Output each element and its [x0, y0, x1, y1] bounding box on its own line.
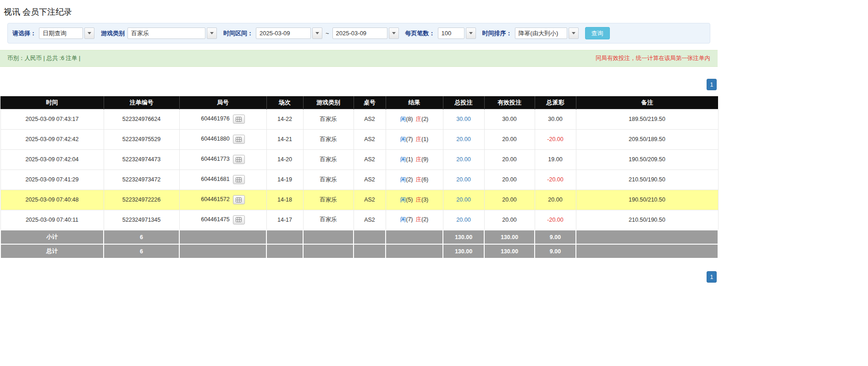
query-type-label: 请选择： — [12, 29, 36, 38]
page-size-dropdown-icon[interactable] — [466, 27, 476, 39]
cell-valid-bet: 20.00 — [484, 149, 535, 169]
result-player-label: 闲 — [400, 156, 406, 163]
result-player-value: (7) — [406, 136, 413, 142]
header-round-id: 局号 — [179, 96, 266, 109]
grand-total-empty — [386, 244, 443, 258]
grand-total-empty — [266, 244, 303, 258]
result-player-label: 闲 — [400, 197, 406, 203]
chevron-down-icon — [572, 32, 575, 34]
grand-total-empty — [303, 244, 354, 258]
range-separator: ~ — [326, 30, 329, 37]
result-player-value: (2) — [406, 176, 413, 183]
header-payout: 总派彩 — [535, 96, 576, 109]
query-type-input[interactable] — [39, 27, 83, 39]
cell-total-bet[interactable]: 30.00 — [443, 109, 484, 129]
cell-payout: 30.00 — [535, 109, 576, 129]
cell-round: 604461880 — [179, 129, 266, 149]
table-row: 2025-03-09 07:40:48 522324972226 6044615… — [0, 190, 718, 210]
cell-bet-id: 522324972226 — [104, 190, 179, 210]
round-id: 604461475 — [201, 216, 230, 223]
cell-total-bet[interactable]: 20.00 — [443, 190, 484, 210]
subtotal-empty — [303, 230, 354, 244]
table-header-row: 时间 注单编号 局号 场次 游戏类别 桌号 结果 总投注 有效投注 总派彩 备注 — [0, 96, 718, 109]
round-id: 604461773 — [201, 156, 230, 162]
roadmap-icon-button[interactable] — [233, 155, 245, 164]
valid-bet-notice: 同局有效投注，统一计算在该局第一张注单内 — [596, 55, 710, 62]
date-from-combo — [256, 27, 322, 39]
grand-total-valid-bet: 130.00 — [484, 244, 535, 258]
date-to-combo — [332, 27, 399, 39]
cell-remark: 190.50/209.50 — [576, 149, 718, 169]
cell-session: 14-17 — [266, 210, 303, 230]
query-type-dropdown-icon[interactable] — [84, 27, 94, 39]
header-time: 时间 — [0, 96, 104, 109]
cell-result: 闲(8)庄(2) — [386, 109, 443, 129]
cell-payout: -20.00 — [535, 210, 576, 230]
page-button-1[interactable]: 1 — [707, 79, 717, 90]
result-player-label: 闲 — [400, 176, 406, 183]
cell-total-bet[interactable]: 20.00 — [443, 149, 484, 169]
cell-session: 14-21 — [266, 129, 303, 149]
round-id: 604461976 — [201, 115, 230, 122]
roadmap-icon-button[interactable] — [233, 195, 245, 204]
cell-bet-id: 522324973472 — [104, 169, 179, 190]
date-to-input[interactable] — [332, 27, 387, 39]
grand-total-empty — [179, 244, 266, 258]
header-valid-bet: 有效投注 — [484, 96, 535, 109]
search-button[interactable]: 查询 — [585, 27, 610, 39]
table-row: 2025-03-09 07:43:17 522324976624 6044619… — [0, 109, 718, 129]
cell-remark: 210.50/190.50 — [576, 169, 718, 190]
sort-dropdown-icon[interactable] — [569, 27, 579, 39]
date-to-dropdown-icon[interactable] — [389, 27, 399, 39]
cell-game-type: 百家乐 — [303, 190, 354, 210]
sort-input[interactable] — [515, 27, 567, 39]
cell-remark: 190.50/210.50 — [576, 190, 718, 210]
chevron-down-icon — [88, 32, 91, 34]
cell-total-bet[interactable]: 20.00 — [443, 129, 484, 149]
cell-valid-bet: 20.00 — [484, 169, 535, 190]
subtotal-count: 6 — [104, 230, 179, 244]
result-banker-label: 庄 — [416, 176, 422, 183]
game-type-input[interactable] — [127, 27, 205, 39]
cell-time: 2025-03-09 07:42:42 — [0, 129, 104, 149]
roadmap-icon — [236, 177, 242, 182]
subtotal-row: 小计 6 130.00 130.00 9.00 — [0, 230, 718, 244]
roadmap-icon-button[interactable] — [233, 115, 245, 124]
result-player-label: 闲 — [400, 136, 406, 142]
page-button-1[interactable]: 1 — [707, 271, 717, 283]
currency-total-summary: 币别：人民币 | 总共 :6 注单 | — [7, 55, 80, 62]
cell-total-bet[interactable]: 20.00 — [443, 210, 484, 230]
date-from-dropdown-icon[interactable] — [312, 27, 322, 39]
cell-payout: 20.00 — [535, 190, 576, 210]
roadmap-icon-button[interactable] — [233, 175, 245, 184]
subtotal-empty — [576, 230, 718, 244]
cell-table-no: AS2 — [354, 169, 386, 190]
cell-remark: 210.50/190.50 — [576, 210, 718, 230]
roadmap-icon-button[interactable] — [233, 215, 245, 224]
date-from-input[interactable] — [256, 27, 311, 39]
chevron-down-icon — [210, 32, 214, 34]
cell-session: 14-19 — [266, 169, 303, 190]
header-total-bet: 总投注 — [443, 96, 484, 109]
result-player-value: (7) — [406, 216, 413, 223]
subtotal-label: 小计 — [0, 230, 104, 244]
result-banker-value: (2) — [421, 116, 428, 122]
cell-payout: -20.00 — [535, 129, 576, 149]
cell-game-type: 百家乐 — [303, 149, 354, 169]
result-banker-value: (1) — [421, 136, 428, 142]
cell-session: 14-20 — [266, 149, 303, 169]
game-type-label: 游戏类别 — [101, 29, 125, 38]
cell-valid-bet: 30.00 — [484, 109, 535, 129]
header-session: 场次 — [266, 96, 303, 109]
cell-valid-bet: 20.00 — [484, 129, 535, 149]
subtotal-empty — [179, 230, 266, 244]
bet-records-table: 时间 注单编号 局号 场次 游戏类别 桌号 结果 总投注 有效投注 总派彩 备注… — [0, 96, 719, 259]
cell-session: 14-18 — [266, 190, 303, 210]
cell-table-no: AS2 — [354, 190, 386, 210]
cell-round: 604461773 — [179, 149, 266, 169]
page-size-input[interactable] — [438, 27, 464, 39]
roadmap-icon-button[interactable] — [233, 135, 245, 144]
cell-total-bet[interactable]: 20.00 — [443, 169, 484, 190]
game-type-dropdown-icon[interactable] — [207, 27, 217, 39]
cell-bet-id: 522324974473 — [104, 149, 179, 169]
